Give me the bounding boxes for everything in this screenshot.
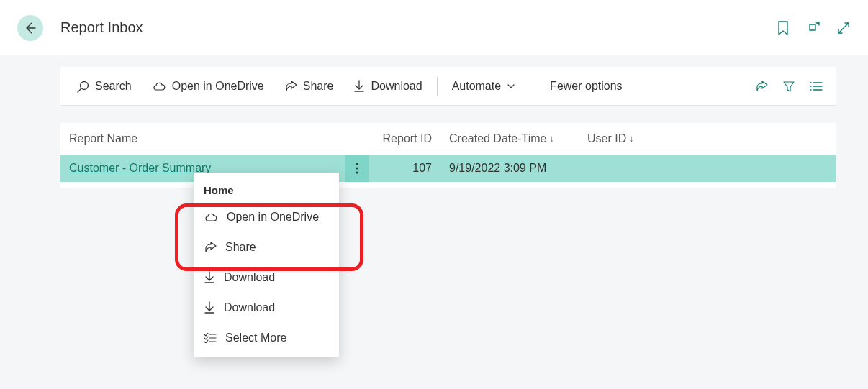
filter-button[interactable] (782, 79, 796, 93)
search-button[interactable]: Search (66, 80, 142, 93)
open-onedrive-button[interactable]: Open in OneDrive (142, 80, 274, 93)
vertical-dots-icon (356, 163, 358, 174)
bookmark-icon (777, 21, 789, 35)
ctx-selectmore-label: Select More (225, 331, 286, 344)
open-new-window-icon (807, 22, 820, 35)
share-icon (284, 81, 297, 92)
share-icon (755, 81, 768, 92)
share-page-button[interactable] (754, 79, 769, 93)
download-icon (353, 80, 365, 93)
bookmark-button[interactable] (776, 21, 790, 35)
back-button[interactable] (17, 15, 43, 41)
share-button[interactable]: Share (274, 80, 344, 93)
cloud-icon (152, 81, 166, 91)
svg-point-3 (356, 172, 358, 174)
open-new-window-button[interactable] (806, 21, 820, 35)
context-menu-header: Home (194, 177, 339, 202)
table-row[interactable]: Customer - Order Summary 107 9/19/2022 3… (60, 155, 836, 182)
row-more-button[interactable] (345, 155, 369, 182)
toolbar-separator (437, 77, 438, 96)
report-table: Report Name Report ID Created Date-Time↓… (60, 123, 836, 188)
arrow-left-icon (23, 21, 37, 35)
report-name-link[interactable]: Customer - Order Summary (69, 162, 211, 175)
select-more-icon (204, 333, 217, 343)
ctx-download1-label: Download (224, 271, 275, 284)
report-id-cell: 107 (379, 162, 443, 175)
onedrive-label: Open in OneDrive (172, 80, 264, 93)
column-created-date[interactable]: Created Date-Time↓ (443, 132, 582, 145)
search-label: Search (95, 80, 132, 93)
column-report-id[interactable]: Report ID (379, 132, 443, 145)
created-date-cell: 9/19/2022 3:09 PM (443, 162, 582, 175)
cloud-icon (204, 212, 218, 222)
svg-point-1 (356, 163, 358, 165)
ctx-open-onedrive[interactable]: Open in OneDrive (194, 202, 339, 232)
toolbar: Search Open in OneDrive Share Download A… (60, 67, 836, 106)
page-title: Report Inbox (60, 19, 143, 36)
fewer-options-label: Fewer options (550, 80, 623, 93)
sort-down-icon: ↓ (629, 134, 633, 144)
ctx-download-1[interactable]: Download (194, 262, 339, 293)
ctx-download2-label: Download (224, 301, 275, 314)
download-label: Download (371, 80, 422, 93)
column-user-id[interactable]: User ID↓ (582, 132, 668, 145)
automate-dropdown[interactable]: Automate (442, 80, 525, 93)
svg-point-2 (356, 168, 358, 170)
list-view-button[interactable] (809, 79, 823, 93)
ctx-share[interactable]: Share (194, 232, 339, 262)
row-context-menu: Home Open in OneDrive Share Download Dow… (194, 173, 339, 357)
ctx-onedrive-label: Open in OneDrive (227, 211, 319, 224)
fewer-options-button[interactable]: Fewer options (540, 80, 633, 93)
filter-icon (782, 80, 795, 93)
ctx-select-more[interactable]: Select More (194, 323, 339, 353)
download-icon (204, 271, 215, 284)
download-icon (204, 301, 215, 314)
search-icon (76, 80, 89, 93)
expand-button[interactable] (836, 21, 851, 35)
ctx-share-label: Share (225, 241, 256, 254)
share-label: Share (303, 80, 334, 93)
list-icon (810, 81, 823, 91)
ctx-download-2[interactable]: Download (194, 293, 339, 323)
column-report-name[interactable]: Report Name (68, 132, 379, 145)
expand-icon (837, 22, 850, 35)
download-button[interactable]: Download (343, 80, 432, 93)
chevron-down-icon (507, 83, 515, 89)
table-header: Report Name Report ID Created Date-Time↓… (60, 123, 836, 155)
top-bar: Report Inbox (0, 0, 868, 55)
share-icon (204, 242, 217, 253)
automate-label: Automate (452, 80, 501, 93)
sort-down-icon: ↓ (549, 134, 553, 144)
